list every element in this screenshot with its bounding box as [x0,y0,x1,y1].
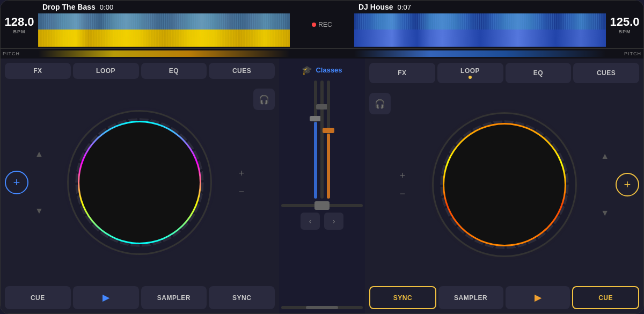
headphone-icon: 🎧 [259,94,269,105]
left-plus-minus: + − [234,166,249,199]
right-track-name: DJ House [358,3,393,11]
glow-ring-cyan [86,129,193,236]
left-bottom-buttons: CUE ▶ SAMPLER SYNC [5,286,275,309]
left-sampler-button[interactable]: SAMPLER [141,286,207,309]
left-plus-btn[interactable]: + [234,166,249,181]
pitch-vert-track [320,81,324,199]
pitch-row: PITCH PITCH [1,49,643,59]
right-tab-cues[interactable]: CUES [573,63,639,83]
left-waveform-canvas [38,13,290,48]
right-waveform-top [354,13,606,30]
classes-icon: 🎓 [302,65,312,75]
center-pitch-fader [320,81,324,199]
nav-right-button[interactable]: › [324,213,343,230]
right-arrow-down[interactable]: ▼ [598,206,611,220]
waveform-section: 128.0 BPM Drop The Bass 0:00 REC DJ Hous… [1,1,643,49]
right-tab-loop[interactable]: LOOP [437,63,503,83]
right-sync-button[interactable]: SYNC [369,286,436,309]
crossfader-track [281,204,363,207]
crossfader-area [281,202,363,209]
right-waveform: DJ House 0:07 [354,1,606,48]
right-minus-btn[interactable]: − [395,186,410,201]
left-tab-cues[interactable]: CUES [209,63,275,79]
left-tabs-row: FX LOOP EQ CUES [5,63,275,79]
right-glow-ring-5 [482,162,527,207]
rec-dot [312,23,316,27]
left-waveform-bottom [38,30,290,47]
vinyl-ring-1 [91,134,188,231]
pitch-vert-handle[interactable] [316,104,328,109]
left-turntable-inner [75,118,204,247]
right-pitch-label: PITCH [624,51,641,56]
crossfader-handle[interactable] [314,201,330,210]
right-glow-ring-1 [451,131,558,238]
left-vol-handle[interactable] [310,116,321,121]
left-sync-button[interactable]: SYNC [209,286,275,309]
right-sampler-button[interactable]: SAMPLER [438,286,503,309]
left-add-button[interactable]: + [5,171,28,194]
right-vol-track [327,81,330,199]
left-turntable[interactable] [75,118,204,247]
right-glow-ring-2 [459,139,550,230]
left-waveform-top [38,13,290,30]
right-waveform-bottom [354,30,606,47]
right-bpm-value: 125.0 [610,15,639,29]
chevron-right-icon: › [333,217,335,225]
left-vol-fill [314,122,317,199]
left-track-name: Drop The Bass [42,3,96,11]
left-track-bar: Drop The Bass 0:00 [38,1,290,13]
center-mixer: 🎓 Classes [279,59,365,313]
left-tab-eq[interactable]: EQ [141,63,207,79]
left-arrow-up[interactable]: ▲ [33,147,46,161]
left-cue-button[interactable]: CUE [5,286,71,309]
right-headphone-btn[interactable]: 🎧 [369,93,391,114]
left-deck: FX LOOP EQ CUES + ▲ ▼ [1,59,279,313]
right-bpm-label: BPM [619,29,631,34]
right-turntable-container [414,120,594,249]
nav-left-button[interactable]: ‹ [301,213,320,230]
left-play-button[interactable]: ▶ [73,286,139,309]
rec-indicator: REC [312,21,332,28]
right-plus-minus: + − [395,168,410,201]
right-bottom-buttons: SYNC SAMPLER ▶ CUE [369,286,639,309]
right-play-button[interactable]: ▶ [506,286,570,309]
right-vol-fader [327,81,330,199]
left-tab-loop[interactable]: LOOP [73,63,139,79]
left-arrow-down[interactable]: ▼ [33,204,46,218]
right-deck-controls: 🎧 + − [369,86,639,283]
vinyl-ring-2 [102,145,177,220]
right-add-button[interactable]: + [616,173,639,196]
glow-ring-magenta [94,137,185,228]
right-glow-ring-3 [467,147,542,222]
right-tab-fx[interactable]: FX [369,63,435,83]
left-minus-btn[interactable]: − [234,184,249,199]
scrollbar[interactable] [281,306,363,309]
right-tab-eq[interactable]: EQ [506,63,572,83]
right-tabs-row: FX LOOP EQ CUES [369,63,639,83]
left-track-time: 0:00 [100,3,113,11]
right-track-time: 0:07 [398,3,411,11]
left-bpm: 128.0 BPM [1,1,38,48]
right-vol-fill [327,134,330,199]
left-waveform: Drop The Bass 0:00 [38,1,290,48]
right-plus-btn[interactable]: + [395,168,410,183]
right-pitch-track [354,50,606,57]
right-center-dot [499,179,510,190]
rec-label: REC [318,21,332,28]
left-turntable-gem [123,166,156,199]
right-deck: FX LOOP EQ CUES 🎧 + − [365,59,643,313]
right-vol-handle[interactable] [323,128,334,133]
right-arrow-up[interactable]: ▲ [598,149,611,163]
right-cue-button[interactable]: CUE [572,286,639,309]
right-turntable[interactable] [440,120,569,249]
left-pitch-track [38,50,290,57]
classes-button[interactable]: 🎓 Classes [297,63,346,77]
left-vol-fader [314,81,317,199]
right-turntable-inner [440,120,569,249]
left-vol-track [314,81,317,199]
scrollbar-thumb [306,306,339,309]
left-tab-fx[interactable]: FX [5,63,71,79]
right-side-arrows: ▲ ▼ [598,149,611,220]
left-side-arrows: ▲ ▼ [33,147,46,218]
left-headphone-btn[interactable]: 🎧 [253,89,275,110]
